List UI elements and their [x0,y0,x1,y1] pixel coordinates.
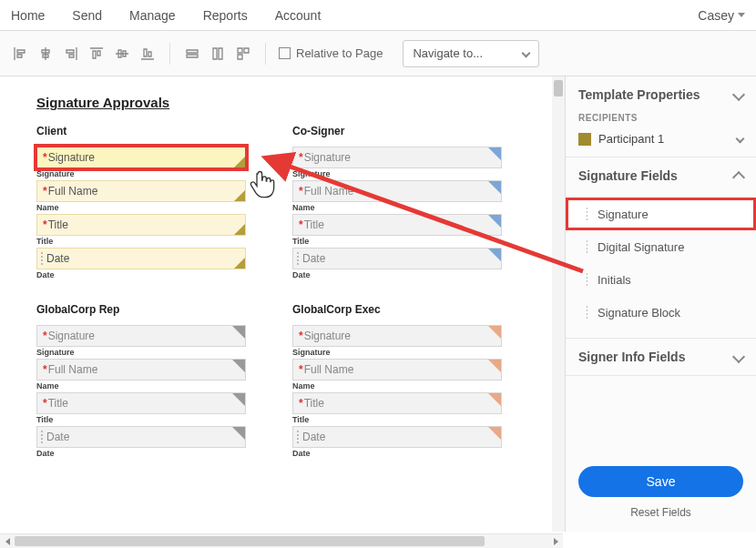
drag-handle-icon [586,239,588,254]
required-asterisk: * [299,151,303,164]
date-marker [41,431,43,443]
form-field[interactable]: *Full Name [36,359,246,381]
signature-field-item[interactable]: Digital Signature [566,230,756,263]
scroll-thumb[interactable] [554,80,563,96]
form-field[interactable]: Date [292,426,502,448]
chevron-down-icon [732,88,745,101]
navigate-select[interactable]: Navigate to... [403,40,539,67]
save-button[interactable]: Save [578,466,743,497]
top-nav: Home Send Manage Reports Account Casey [0,0,756,31]
field-corner-icon [234,190,245,201]
participant-name: Participant 1 [598,132,664,146]
scroll-track[interactable] [15,536,548,546]
field-placeholder: Title [304,397,324,410]
field-label: Name [292,203,516,212]
required-asterisk: * [299,330,303,342]
scroll-thumb[interactable] [15,536,485,546]
form-field[interactable]: *Title [292,392,502,414]
form-field[interactable]: Date [36,426,246,448]
required-asterisk: * [43,330,47,342]
field-placeholder: Full Name [304,185,354,198]
nav-manage[interactable]: Manage [129,8,176,23]
vertical-scrollbar[interactable] [552,76,565,532]
block-heading: GlobalCorp Exec [292,303,516,316]
user-menu[interactable]: Casey [698,8,745,23]
recipients-label: RECIPIENTS [578,113,743,123]
horizontal-scrollbar[interactable] [0,533,563,548]
field-row: *SignatureSignature [36,147,260,178]
field-row: *Full NameName [292,359,516,391]
required-asterisk: * [43,363,47,376]
form-field[interactable]: *Title [36,214,246,236]
required-asterisk: * [43,151,47,164]
field-placeholder: Signature [48,151,95,164]
block-heading: Co-Signer [292,125,516,137]
signer-info-fields-header[interactable]: Signer Info Fields [566,339,756,375]
field-row: *SignatureSignature [292,147,516,178]
field-corner-icon [232,326,245,339]
form-field[interactable]: Date [36,248,246,269]
document-canvas[interactable]: Signature Approvals Client*SignatureSign… [0,76,552,532]
form-field[interactable]: *Signature [292,325,502,347]
participant-color-swatch [578,133,591,146]
form-field[interactable]: *Full Name [36,180,246,202]
field-label: Signature [292,348,516,357]
block-heading: GlobalCorp Rep [36,303,260,316]
match-height-icon[interactable] [209,45,227,63]
reset-fields-link[interactable]: Reset Fields [578,506,743,519]
scroll-left-button[interactable] [0,534,15,548]
date-marker [297,252,299,265]
signature-field-item[interactable]: Signature Block [566,296,756,329]
nav-account[interactable]: Account [275,8,322,23]
chevron-up-icon [732,171,745,184]
match-both-icon[interactable] [234,45,252,63]
nav-reports[interactable]: Reports [203,8,248,23]
chevron-down-icon [732,350,745,363]
align-center-v-icon[interactable] [113,45,131,63]
field-label: Date [292,270,516,279]
drag-handle-icon [586,207,588,221]
align-right-icon[interactable] [62,45,80,63]
date-marker [41,252,43,265]
field-corner-icon [488,147,501,160]
field-corner-icon [488,215,501,228]
form-field[interactable]: *Full Name [292,359,502,381]
template-properties-header[interactable]: Template Properties [566,76,756,113]
align-center-h-icon[interactable] [36,45,55,63]
signature-block: GlobalCorp Exec*SignatureSignature*Full … [292,303,516,460]
form-field[interactable]: *Full Name [292,180,502,202]
signature-fields-header[interactable]: Signature Fields [566,157,756,194]
relative-to-page-toggle[interactable]: Relative to Page [279,46,383,60]
block-heading: Client [36,125,260,137]
align-bottom-icon[interactable] [138,45,157,63]
main-area: Signature Approvals Client*SignatureSign… [0,76,756,532]
field-placeholder: Date [46,252,69,265]
signature-field-item[interactable]: Signature [566,198,756,230]
field-label: Name [36,381,260,391]
chevron-down-icon [736,135,745,144]
form-field[interactable]: *Signature [36,147,246,168]
signature-field-label: Signature [598,208,649,221]
signature-fields-label: Signature Fields [578,168,678,183]
scroll-right-button[interactable] [548,534,563,548]
participant-select[interactable]: Participant 1 [578,128,743,149]
form-field[interactable]: *Title [36,392,246,414]
field-corner-icon [232,360,245,372]
field-label: Title [36,237,260,246]
form-field[interactable]: *Signature [36,325,246,347]
field-label: Name [36,203,260,212]
nav-send[interactable]: Send [72,8,102,23]
field-label: Title [292,415,516,424]
form-field[interactable]: *Signature [292,147,502,168]
form-field[interactable]: *Title [292,214,502,236]
align-top-icon[interactable] [87,45,106,63]
match-width-icon[interactable] [183,45,201,63]
align-left-icon[interactable] [11,45,29,63]
canvas-wrap: Signature Approvals Client*SignatureSign… [0,76,565,532]
nav-home[interactable]: Home [11,8,45,23]
document-title: Signature Approvals [36,95,516,110]
field-placeholder: Title [48,218,68,231]
signature-field-item[interactable]: Initials [566,263,756,296]
required-asterisk: * [299,218,303,231]
form-field[interactable]: Date [292,248,502,269]
